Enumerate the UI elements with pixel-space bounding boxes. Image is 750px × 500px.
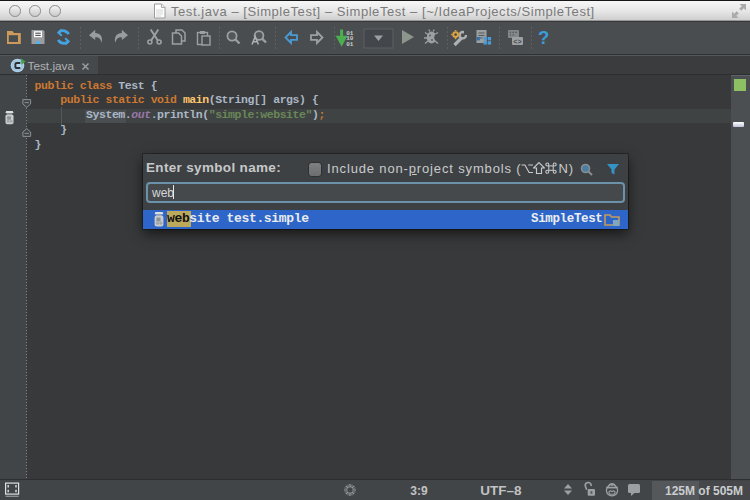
- svg-text:<>: <>: [513, 38, 521, 46]
- svg-text:01: 01: [346, 41, 354, 48]
- svg-text:UTF–8: UTF–8: [480, 483, 522, 498]
- svg-text:3:9: 3:9: [410, 484, 428, 498]
- svg-text:125M of 505M: 125M of 505M: [665, 484, 743, 498]
- svg-text:?: ?: [538, 27, 549, 48]
